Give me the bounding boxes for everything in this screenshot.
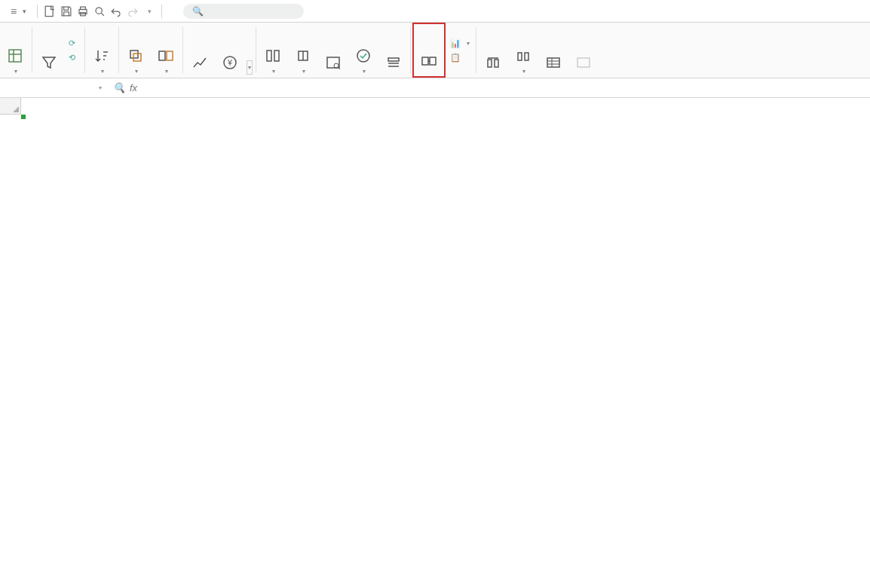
- qat-save-icon[interactable]: [59, 4, 74, 19]
- formula-bar: ▾ 🔍 fx: [0, 78, 870, 98]
- svg-rect-23: [518, 53, 522, 60]
- search-icon: 🔍: [192, 6, 204, 17]
- svg-point-4: [96, 8, 102, 14]
- dropdown-icon: [384, 54, 403, 72]
- spreadsheet-grid[interactable]: [0, 98, 870, 588]
- ungroup-button[interactable]: ▾: [508, 23, 538, 78]
- find-entry-button[interactable]: [318, 23, 348, 78]
- svg-rect-0: [45, 6, 53, 16]
- fill-icon: [294, 47, 312, 65]
- validity-button[interactable]: ▾: [348, 23, 378, 78]
- svg-rect-8: [159, 51, 165, 60]
- file-menu[interactable]: ≡ ▾: [5, 5, 32, 17]
- validity-icon: [354, 47, 372, 65]
- svg-rect-5: [9, 50, 21, 62]
- consolidate-button[interactable]: [412, 23, 446, 78]
- svg-rect-18: [388, 58, 399, 61]
- svg-rect-21: [488, 60, 492, 67]
- more-group[interactable]: [568, 23, 599, 78]
- reapply-button[interactable]: ⟲: [69, 51, 78, 64]
- subtotal-icon: [544, 54, 562, 72]
- consolidate-icon: [420, 52, 438, 70]
- command-search[interactable]: 🔍: [183, 4, 304, 19]
- svg-rect-9: [167, 51, 173, 60]
- chevron-down-icon: ▾: [23, 8, 26, 15]
- duplicates-icon: [127, 47, 145, 65]
- group-icon: [484, 54, 502, 72]
- record-icon: 📋: [450, 53, 461, 63]
- svg-rect-25: [547, 58, 559, 67]
- pivot-icon: [6, 47, 24, 65]
- separator: [161, 5, 162, 18]
- svg-rect-20: [430, 57, 436, 65]
- fund-icon: ¥: [221, 54, 239, 72]
- svg-rect-12: [267, 51, 271, 61]
- svg-text:¥: ¥: [227, 59, 232, 67]
- qat-print-icon[interactable]: [75, 4, 90, 19]
- subtotal-button[interactable]: [538, 23, 568, 78]
- group-create-button[interactable]: [478, 23, 508, 78]
- sort-button[interactable]: ▾: [87, 23, 117, 78]
- svg-rect-24: [525, 53, 528, 60]
- separator: [37, 5, 38, 18]
- filter-icon: [40, 54, 58, 72]
- menu-bar: ≡ ▾ ▾ 🔍: [0, 0, 870, 23]
- svg-rect-7: [133, 54, 141, 61]
- fund-button[interactable]: ¥: [215, 23, 245, 78]
- show-all-button[interactable]: ⟳: [69, 37, 78, 50]
- whatif-icon: 📊: [450, 38, 461, 48]
- hamburger-icon: ≡: [11, 5, 17, 17]
- pivot-table-button[interactable]: ▾: [0, 23, 30, 78]
- qat-preview-icon[interactable]: [92, 4, 107, 19]
- record-form-button[interactable]: 📋: [450, 51, 470, 64]
- svg-rect-19: [422, 57, 428, 65]
- svg-rect-22: [495, 60, 498, 67]
- split-icon: [264, 47, 282, 65]
- data-compare-button[interactable]: ▾: [151, 23, 181, 78]
- svg-rect-13: [274, 51, 279, 61]
- svg-point-17: [357, 50, 369, 62]
- ribbon: ▾ ⟳ ⟲ ▾ ▾ ▾ ¥ ▾ ▾ ▾: [0, 23, 870, 78]
- qat-more-icon[interactable]: ▾: [142, 4, 157, 19]
- search-icon[interactable]: 🔍: [113, 82, 125, 93]
- stock-button[interactable]: [185, 23, 215, 78]
- svg-rect-15: [327, 57, 339, 68]
- fx-icon[interactable]: fx: [130, 82, 137, 93]
- svg-rect-2: [81, 7, 86, 9]
- text-to-columns-button[interactable]: ▾: [258, 23, 288, 78]
- svg-rect-26: [577, 58, 590, 67]
- chevron-down-icon: ▾: [99, 84, 102, 91]
- svg-rect-6: [130, 51, 138, 58]
- dropdown-list-button[interactable]: [378, 23, 409, 78]
- more-types-button[interactable]: ▾: [245, 23, 254, 78]
- whatif-button[interactable]: 📊▾: [450, 37, 470, 50]
- sort-icon: [93, 47, 111, 65]
- auto-filter-button[interactable]: [34, 23, 64, 78]
- duplicates-button[interactable]: ▾: [121, 23, 151, 78]
- select-all-corner[interactable]: [0, 98, 21, 115]
- qat-new-icon[interactable]: [42, 4, 57, 19]
- find-entry-icon: [324, 54, 342, 72]
- expand-icon: [574, 54, 593, 72]
- qat-undo-icon[interactable]: [109, 4, 124, 19]
- fill-button[interactable]: ▾: [288, 23, 318, 78]
- stock-icon: [191, 54, 209, 72]
- reapply-icon: ⟲: [69, 53, 75, 63]
- qat-redo-icon[interactable]: [125, 4, 140, 19]
- compare-icon: [157, 47, 175, 65]
- ungroup-icon: [514, 47, 532, 65]
- show-all-icon: ⟳: [69, 38, 75, 48]
